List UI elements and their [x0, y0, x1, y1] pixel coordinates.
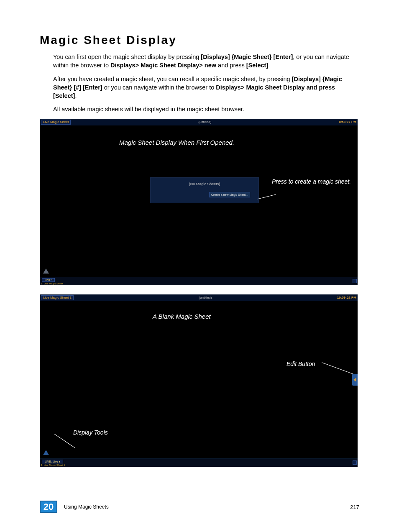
chapter-badge: 20 — [40, 501, 57, 513]
p1-f: [Select] — [246, 62, 268, 69]
ss1-bottombar: LIVE: 1. Live Magic Sheet — [40, 277, 358, 285]
p1-a: You can first open the magic sheet displ… — [53, 54, 201, 60]
ss1-tab: Live Magic Sheet — [41, 120, 71, 125]
ss1-time: 8:58:07 PM — [339, 120, 356, 124]
page-heading: Magic Sheet Display — [40, 33, 359, 47]
p1-g: . — [268, 62, 270, 69]
ss2-subline: 1. Live Magic Sheet 1 — [41, 464, 65, 466]
ss2-bottombar: LIVE: Live ♦ 1. Live Magic Sheet 1 — [40, 458, 358, 467]
p1-b: [Displays] {Magic Sheet} [Enter] — [201, 54, 293, 60]
ss2-titlebar: Live Magic Sheet 1 (untitled) 10:59:02 P… — [40, 294, 358, 301]
p1-d: Displays> Magic Sheet Display> new — [110, 62, 216, 69]
paragraph-3: All available magic sheets will be displ… — [53, 105, 359, 113]
ss2-tools-line — [54, 434, 75, 448]
ss2-tab: Live Magic Sheet 1 — [41, 295, 74, 300]
page-footer: 20 Using Magic Sheets 217 — [40, 501, 359, 513]
ss1-dialog: (No Magic Sheets) Create a new Magic She… — [150, 177, 259, 203]
ss1-live-tab: LIVE: — [42, 278, 55, 282]
ss1-display-tools-icon[interactable] — [43, 269, 49, 274]
ss2-edit-annotation: Edit Button — [286, 361, 315, 367]
ss1-subline: 1. Live Magic Sheet — [41, 282, 63, 285]
ss2-corner-icon — [353, 460, 357, 465]
ss1-corner-icon — [353, 279, 357, 283]
create-magic-sheet-button[interactable]: Create a new Magic Sheet... — [209, 192, 250, 197]
screenshot-first-opened: Live Magic Sheet (untitled) 8:58:07 PM M… — [40, 119, 358, 285]
edit-button[interactable] — [352, 374, 358, 386]
p2-c: or you can navigate within the browser t… — [102, 84, 216, 91]
footer-left: 20 Using Magic Sheets — [40, 501, 109, 513]
ss2-title: (untitled) — [199, 296, 212, 299]
ss1-dialog-text: (No Magic Sheets) — [151, 182, 258, 186]
paragraph-1: You can first open the magic sheet displ… — [53, 53, 359, 70]
p2-a: After you have created a magic sheet, yo… — [53, 76, 292, 82]
p1-e: and press — [216, 62, 246, 69]
ss1-press-annotation: Press to create a magic sheet. — [272, 178, 351, 185]
ss1-callout-line — [258, 194, 276, 199]
screenshot-blank-sheet: Live Magic Sheet 1 (untitled) 10:59:02 P… — [40, 294, 358, 467]
paragraph-2: After you have created a magic sheet, yo… — [53, 75, 359, 100]
p2-e: . — [75, 92, 77, 99]
ss2-edit-line — [322, 362, 353, 374]
ss1-caption: Magic Sheet Display When First Opened. — [119, 139, 234, 146]
page-number: 217 — [350, 504, 359, 510]
ss1-title: (untitled) — [198, 120, 211, 124]
ss2-live-tab: LIVE: Live ♦ — [42, 460, 63, 463]
ss2-tools-annotation: Display Tools — [73, 429, 108, 436]
ss1-titlebar: Live Magic Sheet (untitled) 8:58:07 PM — [40, 119, 358, 125]
ss2-caption: A Blank Magic Sheet — [153, 313, 211, 320]
ss2-time: 10:59:02 PM — [337, 296, 356, 299]
display-tools-button[interactable] — [43, 450, 49, 455]
footer-title: Using Magic Sheets — [64, 504, 109, 510]
